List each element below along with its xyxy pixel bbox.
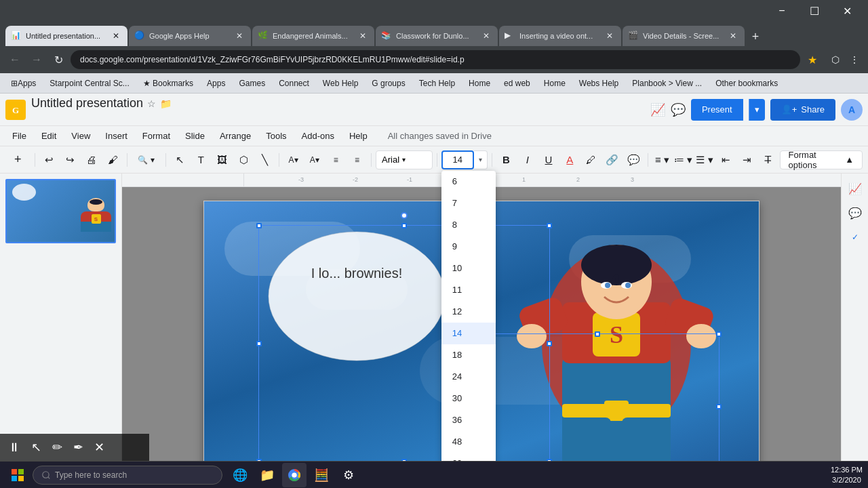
maximize-button[interactable]: ☐ (799, 0, 830, 22)
bm-starpoint[interactable]: Starpoint Central Sc... (44, 76, 134, 91)
present-button[interactable]: Present (691, 99, 743, 121)
font-size-option-12[interactable]: 12 (441, 301, 496, 323)
font-size-option-24[interactable]: 24 (441, 366, 496, 388)
tab-classwork[interactable]: 📚 Classwork for Dunlo... ✕ (376, 26, 498, 46)
translate-icon[interactable]: ✓ (846, 228, 865, 247)
tab-endangered[interactable]: 🌿 Endangered Animals... ✕ (252, 26, 374, 46)
line-button[interactable]: ╲ (255, 149, 275, 171)
back-button[interactable]: ← (5, 50, 24, 69)
menu-slide[interactable]: Slide (178, 128, 212, 144)
menu-arrange[interactable]: Arrange (213, 128, 258, 144)
menu-format[interactable]: Format (136, 128, 177, 144)
underline-button[interactable]: U (538, 149, 558, 171)
rotation-handle[interactable] (401, 212, 408, 219)
menu-view[interactable]: View (64, 128, 97, 144)
rp-comments-icon[interactable]: 💬 (846, 203, 865, 222)
tab-close-4[interactable]: ✕ (480, 30, 492, 42)
present-arrow-button[interactable]: ▾ (749, 99, 765, 121)
tab-inserting[interactable]: ▶ Inserting a video ont... ✕ (499, 26, 621, 46)
list-bullet-button[interactable]: ≔ ▾ (673, 149, 693, 171)
shapes-button[interactable]: ⬡ (233, 149, 253, 171)
bm-apps2[interactable]: Apps (201, 76, 231, 91)
indent-more-button[interactable]: ⇥ (737, 149, 757, 171)
tab-untitled-presentation[interactable]: 📊 Untitled presentation... ✕ (5, 26, 127, 46)
comments-icon[interactable]: 💬 (671, 102, 686, 117)
bm-home[interactable]: Home (463, 76, 496, 91)
minimize-button[interactable]: − (766, 0, 797, 22)
undo-button[interactable]: ↩ (39, 149, 59, 171)
menu-insert[interactable]: Insert (98, 128, 134, 144)
align-left-button[interactable]: ≡ (326, 149, 346, 171)
print-button[interactable]: 🖨 (81, 149, 101, 171)
list-number-button[interactable]: ☰ ▾ (694, 149, 714, 171)
forward-button[interactable]: → (27, 50, 46, 69)
font-size-option-10[interactable]: 10 (441, 258, 496, 279)
menu-file[interactable]: File (5, 128, 33, 144)
zoom-button[interactable]: 🔍 ▾ (132, 149, 161, 171)
extensions-button[interactable]: ⬡ (827, 52, 844, 68)
taskbar-settings-icon[interactable]: ⚙ (336, 463, 361, 487)
tab-close-6[interactable]: ✕ (727, 30, 739, 42)
url-bar[interactable]: docs.google.com/presentation/d/1Vzk_Zziw… (71, 50, 800, 69)
redo-button[interactable]: ↪ (60, 149, 80, 171)
tab-video-details[interactable]: 🎬 Video Details - Scree... ✕ (623, 26, 745, 46)
font-size-option-60[interactable]: 60 (441, 453, 496, 462)
comment-button[interactable]: 💬 (624, 149, 644, 171)
line-spacing-button[interactable]: ≡ (347, 149, 367, 171)
font-size-option-11[interactable]: 11 (441, 279, 496, 301)
indent-less-button[interactable]: ⇤ (716, 149, 736, 171)
font-size-option-48[interactable]: 48 (441, 431, 496, 453)
close-pres-button[interactable]: ✕ (94, 440, 104, 455)
menu-addons[interactable]: Add-ons (295, 128, 341, 144)
close-button[interactable]: ✕ (831, 0, 863, 22)
bm-bookmarks[interactable]: ★ Bookmarks (138, 76, 199, 91)
bm-webshelp[interactable]: Webs Help (574, 76, 624, 91)
new-tab-button[interactable]: + (746, 27, 765, 46)
handle-tm[interactable] (401, 223, 407, 228)
taskbar-calculator-icon[interactable]: 🧮 (309, 463, 334, 487)
tab-close-2[interactable]: ✕ (233, 30, 245, 42)
bold-button[interactable]: B (496, 149, 516, 171)
format-options-button[interactable]: Format options ▲ (780, 150, 863, 169)
handle-ml[interactable] (256, 341, 262, 346)
font-size-option-8[interactable]: 8 (441, 214, 496, 236)
text-color-btn2[interactable]: A (560, 149, 580, 171)
font-size-option-14[interactable]: 14 (441, 323, 496, 344)
text-color-button[interactable]: A▾ (304, 149, 324, 171)
menu-edit[interactable]: Edit (35, 128, 63, 144)
menu-help[interactable]: Help (342, 128, 374, 144)
bm-apps[interactable]: ⊞ Apps (5, 76, 41, 91)
bm-other[interactable]: Other bookmarks (710, 76, 783, 91)
laser-pres-button[interactable]: ✒ (73, 440, 83, 455)
font-family-select[interactable]: Arial ▾ (376, 150, 433, 169)
text-align-button[interactable]: ≡ ▾ (652, 149, 672, 171)
highlight-button[interactable]: 🖊 (581, 149, 601, 171)
bm-games[interactable]: Games (233, 76, 271, 91)
taskbar-explorer-icon[interactable]: 📁 (255, 463, 279, 487)
font-size-input[interactable]: 14 (441, 150, 474, 169)
font-size-option-9[interactable]: 9 (441, 236, 496, 258)
activity-icon[interactable]: 📈 (650, 102, 665, 117)
add-button[interactable]: + (5, 149, 31, 171)
slide-thumbnail-1[interactable]: S (5, 179, 116, 243)
bm-techhelp[interactable]: Tech Help (414, 76, 460, 91)
textbox-button[interactable]: T (191, 149, 211, 171)
font-size-option-36[interactable]: 36 (441, 409, 496, 431)
cursor-pres-button[interactable]: ↖ (31, 440, 41, 455)
tab-close-5[interactable]: ✕ (604, 30, 616, 42)
link-button[interactable]: 🔗 (602, 149, 622, 171)
user-avatar[interactable]: A (841, 99, 863, 121)
bookmark-star-icon[interactable]: ★ (803, 50, 822, 69)
share-button[interactable]: 👤+ Share (770, 99, 835, 121)
font-size-option-7[interactable]: 7 (441, 192, 496, 214)
tab-close-3[interactable]: ✕ (357, 30, 369, 42)
bm-webhelp[interactable]: Web Help (317, 76, 363, 91)
pause-button[interactable]: ⏸ (8, 441, 20, 455)
reload-button[interactable]: ↻ (49, 50, 68, 69)
bm-connect[interactable]: Connect (273, 76, 315, 91)
tab-close-1[interactable]: ✕ (110, 30, 122, 42)
taskbar-edge-icon[interactable]: 🌐 (228, 463, 252, 487)
italic-button[interactable]: I (517, 149, 537, 171)
folder-icon[interactable]: 📁 (160, 98, 172, 109)
presentation-title[interactable]: Untitled presentation (31, 96, 143, 110)
